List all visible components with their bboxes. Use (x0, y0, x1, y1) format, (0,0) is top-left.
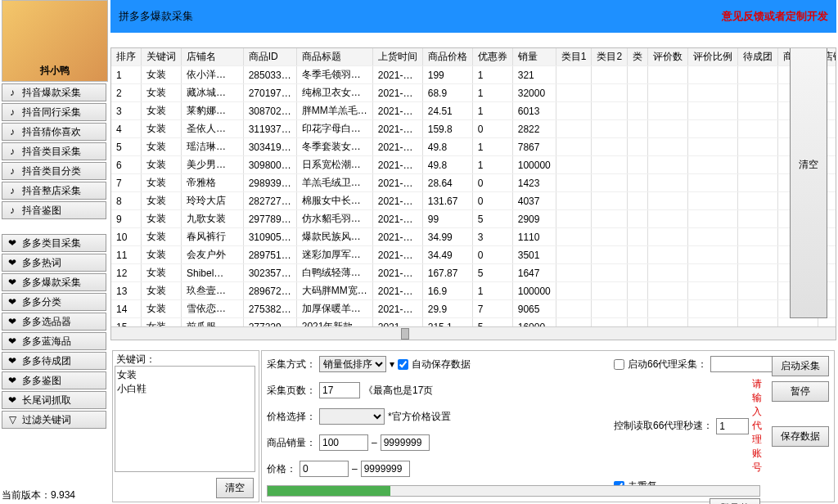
cell (738, 282, 778, 300)
header-warning[interactable]: 意见反馈或者定制开发 (722, 9, 828, 24)
proxy-speed-input[interactable] (716, 418, 749, 434)
table-row[interactable]: 5女装瑶洁琳…303419…冬季套装女…2021-…49.817867 (111, 138, 836, 156)
sidebar-label: 抖音整店采集 (22, 184, 81, 198)
sales-max-input[interactable] (381, 434, 430, 451)
sidebar-item[interactable]: ❤长尾词抓取 (2, 391, 106, 409)
col-header[interactable]: 上货时间 (372, 48, 422, 66)
col-header[interactable]: 类 (628, 48, 648, 66)
table-row[interactable]: 10女装春风裤行310905…爆款民族风…2021-…34.9931110 (111, 228, 836, 246)
save-button[interactable]: 保存数据 (772, 426, 829, 447)
clear-table-button[interactable]: 清空 (790, 47, 827, 318)
pages-input[interactable] (319, 382, 360, 398)
sidebar-item[interactable]: ♪抖音爆款采集 (2, 83, 106, 101)
sidebar-item[interactable]: ♪抖音类目采集 (2, 142, 106, 160)
table-row[interactable]: 6女装美少男…309800…日系宽松潮…2021-…49.81100000 (111, 156, 836, 174)
sidebar-label: 抖音类目采集 (22, 145, 81, 159)
cell: 1 (472, 102, 512, 120)
col-header[interactable]: 商品价格 (422, 48, 472, 66)
sidebar-label: 过滤关键词 (22, 413, 71, 427)
cell: 1423 (512, 174, 556, 192)
sidebar-label: 多多分类 (22, 295, 61, 309)
horizontal-scrollbar[interactable] (111, 326, 836, 340)
col-header[interactable]: 关键词 (142, 48, 182, 66)
cell (628, 138, 648, 156)
sidebar-item[interactable]: ❤多多鉴图 (2, 371, 106, 389)
sidebar-item[interactable]: ❤多多选品器 (2, 313, 106, 331)
table-row[interactable]: 7女装帝雅格298939…羊羔毛绒卫…2021-…28.6401423 (111, 174, 836, 192)
cell: 女装 (142, 66, 182, 84)
table-row[interactable]: 2女装藏冰城…270197…纯棉卫衣女…2021-…68.9132000 (111, 84, 836, 102)
table-row[interactable]: 13女装玖叁壹…289672…大码胖MM宽…2021-…16.91100000 (111, 282, 836, 300)
cell: 印花字母白… (296, 120, 372, 138)
table-row[interactable]: 11女装会友户外289751…迷彩加厚军…2021-…34.4903501 (111, 246, 836, 264)
pages-label: 采集页数： (267, 384, 316, 398)
cell: 1 (472, 282, 512, 300)
sidebar-item[interactable]: ♪抖音同行采集 (2, 103, 106, 121)
price-select-label: 价格选择： (267, 410, 316, 424)
col-header[interactable]: 商品ID (243, 48, 296, 66)
sidebar-item[interactable]: ❤多多待成团 (2, 352, 106, 370)
table-row[interactable]: 1女装依小洋…285033…冬季毛领羽…2021-…1991321 (111, 66, 836, 84)
sidebar-item[interactable]: ❤多多蓝海品 (2, 332, 106, 350)
cell: 1 (472, 156, 512, 174)
sidebar-icon: ♪ (6, 87, 19, 98)
cell (648, 282, 688, 300)
proxy66-checkbox[interactable] (614, 359, 624, 370)
cell: 2021-… (372, 264, 422, 282)
table-row[interactable]: 12女装Shibel…302357…白鸭绒轻薄…2021-…167.875164… (111, 264, 836, 282)
sidebar-icon: ❤ (6, 355, 19, 367)
scroll-thumb[interactable] (401, 328, 409, 340)
table-row[interactable]: 8女装玲玲大店282727…棉服女中长…2021-…131.6704037 (111, 192, 836, 210)
sidebar-item[interactable]: ❤多多爆款采集 (2, 273, 106, 291)
col-header[interactable]: 店铺名 (182, 48, 244, 66)
cell: 99 (422, 210, 472, 228)
cell: 5 (472, 264, 512, 282)
keyword-clear-button[interactable]: 清空 (216, 478, 254, 498)
col-header[interactable]: 类目1 (556, 48, 592, 66)
price-max-input[interactable] (361, 461, 410, 477)
col-header[interactable]: 评价数 (648, 48, 688, 66)
sidebar-item[interactable]: ▽过滤关键词 (2, 411, 106, 429)
col-header[interactable]: 评价比例 (688, 48, 738, 66)
autosave-checkbox[interactable] (398, 359, 408, 370)
col-header[interactable]: 待成团 (738, 48, 778, 66)
col-header[interactable]: 商品标题 (296, 48, 372, 66)
table-row[interactable]: 3女装莱豹娜…308702…胖MM羊羔毛…2021-…24.5116013 (111, 102, 836, 120)
sidebar-item[interactable]: ♪抖音整店采集 (2, 182, 106, 200)
col-header[interactable]: 类目2 (592, 48, 628, 66)
zhima-login-button[interactable]: 登录芝麻代理 (710, 498, 760, 504)
cell (648, 138, 688, 156)
cell: 藏冰城… (182, 84, 244, 102)
cell (648, 246, 688, 264)
price-min-input[interactable] (300, 461, 349, 477)
bottom-panel: 关键词： 清空 采集方式： 销量低排序 ▾ 自动保存数据 采集页数： 《最高也是… (110, 349, 836, 504)
price-select[interactable] (319, 408, 385, 425)
cell (628, 120, 648, 138)
col-header[interactable]: 优惠券 (472, 48, 512, 66)
sales-min-input[interactable] (319, 434, 368, 451)
pause-button[interactable]: 暂停 (772, 381, 829, 402)
sidebar-item[interactable]: ❤多多分类 (2, 293, 106, 311)
sidebar-item[interactable]: ♪抖音类目分类 (2, 162, 106, 180)
method-select[interactable]: 销量低排序 (319, 356, 386, 372)
sidebar-label: 多多待成团 (22, 354, 71, 368)
sidebar-item[interactable]: ❤多多类目采集 (2, 234, 106, 252)
table-row[interactable]: 4女装圣依人…311937…印花字母白…2021-…159.802822 (111, 120, 836, 138)
col-header[interactable]: 销量 (512, 48, 556, 66)
cell: 28.64 (422, 174, 472, 192)
start-button[interactable]: 启动采集 (772, 356, 829, 376)
cell (628, 282, 648, 300)
cell: 2021-… (372, 228, 422, 246)
sidebar-label: 多多蓝海品 (22, 335, 71, 349)
table-scroll[interactable]: 排序关键词店铺名商品ID商品标题上货时间商品价格优惠券销量类目1类目2类评价数评… (111, 48, 836, 340)
col-header[interactable]: 排序 (111, 48, 142, 66)
cell: 310905… (243, 228, 296, 246)
sidebar-item[interactable]: ♪抖音猜你喜欢 (2, 123, 106, 141)
table-row[interactable]: 14女装雪依恋…275382…加厚保暖羊…2021-…29.979065 (111, 300, 836, 318)
sidebar-item[interactable]: ❤多多热词 (2, 254, 106, 272)
cell: 2021-… (372, 174, 422, 192)
sidebar-item[interactable]: ♪抖音鉴图 (2, 201, 106, 219)
keyword-textarea[interactable] (115, 366, 255, 472)
table-row[interactable]: 9女装九歌女装297789…仿水貂毛羽…2021-…9952909 (111, 210, 836, 228)
cell (738, 246, 778, 264)
